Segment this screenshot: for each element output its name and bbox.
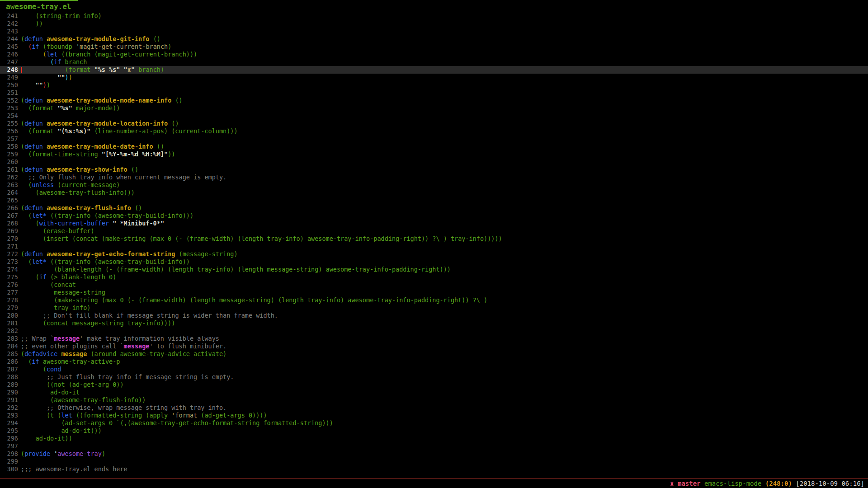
code-line[interactable]: 262 ;; Only flush tray info when current… <box>0 174 868 181</box>
code-line[interactable]: 284;; even other plugins call `message' … <box>0 343 868 350</box>
code-token: cond <box>47 366 61 373</box>
code-line[interactable]: 247 (if branch <box>0 58 868 66</box>
code-line[interactable]: 297 <box>0 442 868 450</box>
code-line[interactable]: 263 (unless (current-message) <box>0 181 868 189</box>
code-token: ((tray-info (awesome-tray-build-info))) <box>47 212 193 219</box>
code-line[interactable]: 281 (concat message-string tray-info)))) <box>0 319 868 327</box>
code-line[interactable]: 286 (if awesome-tray-active-p <box>0 358 868 366</box>
code-line[interactable]: 266(defun awesome-tray-flush-info () <box>0 204 868 212</box>
code-line[interactable]: 271 <box>0 243 868 250</box>
code-line[interactable]: 299 <box>0 458 868 465</box>
code-line[interactable]: 282 <box>0 327 868 335</box>
line-number: 255 <box>0 120 18 127</box>
code-line[interactable]: 260 <box>0 158 868 166</box>
line-number: 282 <box>0 327 18 335</box>
code-token: branch <box>61 58 87 66</box>
code-token: if <box>39 273 47 281</box>
code-line[interactable]: 275 (if (> blank-length 0) <box>0 273 868 281</box>
code-token: ad-do-it <box>21 389 80 396</box>
code-line[interactable]: 277 message-string <box>0 289 868 296</box>
code-line[interactable]: 258(defun awesome-tray-module-date-info … <box>0 143 868 150</box>
code-line[interactable]: 264 (awesome-tray-flush-info))) <box>0 189 868 197</box>
code-line[interactable]: 287 (cond <box>0 366 868 373</box>
code-token: () <box>150 35 160 42</box>
code-line[interactable]: 251 <box>0 89 868 97</box>
code-line[interactable]: 261(defun awesome-tray-show-info () <box>0 166 868 174</box>
code-line[interactable]: 254 <box>0 112 868 120</box>
code-token: () <box>131 204 142 211</box>
line-number: 260 <box>0 158 18 166</box>
code-line[interactable]: 291 (awesome-tray-flush-info)) <box>0 396 868 404</box>
code-line[interactable]: 245 (if (fboundp 'magit-get-current-bran… <box>0 43 868 51</box>
code-token: (format <box>21 104 57 112</box>
line-number: 264 <box>0 189 18 197</box>
code-line[interactable]: 290 ad-do-it <box>0 389 868 396</box>
code-line[interactable]: 267 (let* ((tray-info (awesome-tray-buil… <box>0 212 868 220</box>
code-token <box>50 450 54 457</box>
code-token <box>43 166 47 173</box>
code-line[interactable]: 274 (blank-length (- (frame-width) (leng… <box>0 266 868 273</box>
code-line[interactable]: 257 <box>0 135 868 143</box>
code-line[interactable]: 242 )) <box>0 20 868 28</box>
code-token <box>21 373 47 380</box>
code-line[interactable]: 244(defun awesome-tray-module-git-info (… <box>0 35 868 43</box>
code-token: )) <box>21 20 43 27</box>
code-line[interactable]: 268 (with-current-buffer " *Minibuf-0*" <box>0 220 868 227</box>
code-token: ;; Only flush tray info when current mes… <box>28 174 226 181</box>
line-number: 300 <box>0 465 18 473</box>
code-line[interactable]: 259 (format-time-string "[%Y-%m-%d %H:%M… <box>0 150 868 158</box>
code-line[interactable]: 270 (insert (concat (make-string (max 0 … <box>0 235 868 243</box>
code-token: " *Minibuf-0*" <box>113 220 164 227</box>
code-line[interactable]: 294 (ad-set-args 0 `(,(awesome-tray-get-… <box>0 419 868 427</box>
code-line[interactable]: 289 ((not (ad-get-arg 0)) <box>0 381 868 389</box>
code-line[interactable]: 265 <box>0 197 868 204</box>
code-line[interactable]: 252(defun awesome-tray-module-mode-name-… <box>0 97 868 104</box>
code-line[interactable]: 255(defun awesome-tray-module-location-i… <box>0 120 868 127</box>
code-token <box>43 35 47 42</box>
code-line[interactable]: 298(provide 'awesome-tray) <box>0 450 868 458</box>
code-line-current[interactable]: 248 (format "%s %s" "♜" branch) <box>0 66 868 74</box>
code-line[interactable]: 300;;; awesome-tray.el ends here <box>0 465 868 473</box>
line-number: 287 <box>0 366 18 373</box>
code-line[interactable]: 279 tray-info) <box>0 304 868 312</box>
code-line[interactable]: 276 (concat <box>0 281 868 289</box>
code-line[interactable]: 249 "")) <box>0 74 868 81</box>
line-number: 251 <box>0 89 18 97</box>
code-area[interactable]: 241 (string-trim info)242 ))243244(defun… <box>0 12 868 473</box>
code-line[interactable]: 283;; Wrap `message' make tray informati… <box>0 335 868 343</box>
code-line[interactable]: 246 (let ((branch (magit-get-current-bra… <box>0 51 868 58</box>
code-token: awesome-tray-show-info <box>47 166 127 173</box>
code-line[interactable]: 250 "")) <box>0 81 868 89</box>
code-token: with-current-buffer <box>39 220 109 227</box>
code-line[interactable]: 269 (erase-buffer) <box>0 227 868 235</box>
code-line[interactable]: 292 ;; Otherwise, wrap message string wi… <box>0 404 868 412</box>
code-line[interactable]: 273 (let* ((tray-info (awesome-tray-buil… <box>0 258 868 266</box>
line-number: 299 <box>0 458 18 465</box>
code-token <box>43 143 47 150</box>
code-token: ad-do-it))) <box>21 427 102 434</box>
code-line[interactable]: 241 (string-trim info) <box>0 12 868 20</box>
code-line[interactable]: 280 ;; Don't fill blank if message strin… <box>0 312 868 319</box>
code-token: " <box>124 66 127 73</box>
code-line[interactable]: 272(defun awesome-tray-get-echo-format-s… <box>0 250 868 258</box>
code-token: unless <box>32 181 54 188</box>
code-line[interactable]: 295 ad-do-it))) <box>0 427 868 435</box>
code-token: ;; Otherwise, wrap message string with t… <box>47 404 226 411</box>
buffer-tab-title: awesome-tray.el <box>6 2 71 11</box>
line-number: 273 <box>0 258 18 266</box>
code-line[interactable]: 278 (make-string (max 0 (- (frame-width)… <box>0 296 868 304</box>
line-number: 263 <box>0 181 18 189</box>
code-line[interactable]: 296 ad-do-it)) <box>0 435 868 442</box>
code-token: () <box>171 97 182 104</box>
code-token: (ad-get-args 0)))) <box>197 412 267 419</box>
code-token: ( <box>21 250 24 258</box>
line-number: 267 <box>0 212 18 220</box>
line-number: 248 <box>0 66 18 74</box>
code-line[interactable]: 253 (format "%s" major-mode)) <box>0 104 868 112</box>
code-line[interactable]: 285(defadvice message (around awesome-tr… <box>0 350 868 358</box>
code-line[interactable]: 243 <box>0 28 868 35</box>
code-line[interactable]: 293 (t (let ((formatted-string (apply 'f… <box>0 412 868 419</box>
code-line[interactable]: 288 ;; Just flush tray info if message s… <box>0 373 868 381</box>
code-token: ((not (ad-get-arg 0)) <box>21 381 124 388</box>
code-line[interactable]: 256 (format "(%s:%s)" (line-number-at-po… <box>0 127 868 135</box>
